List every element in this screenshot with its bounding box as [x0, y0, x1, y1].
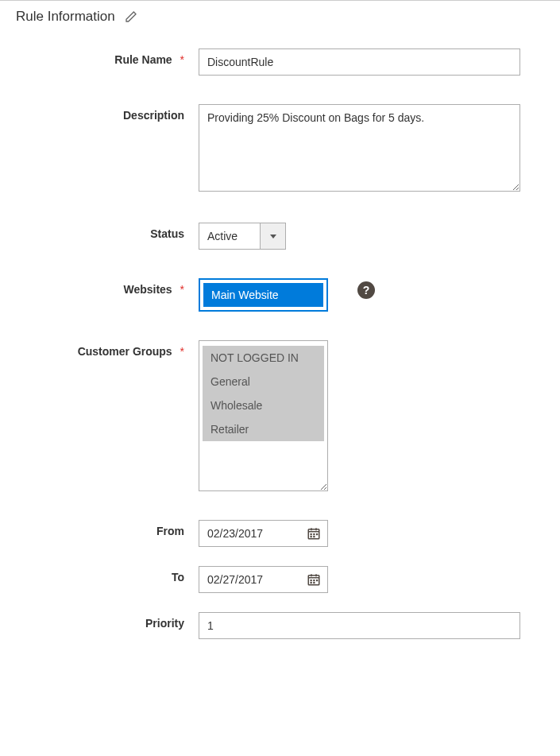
svg-rect-14 [313, 580, 315, 581]
label-customer-groups: Customer Groups * [16, 340, 199, 358]
label-from: From [16, 520, 199, 537]
row-from: From [16, 520, 544, 547]
status-select-value: Active [199, 223, 260, 249]
websites-option-main[interactable]: Main Website [203, 283, 323, 307]
status-select[interactable]: Active [199, 223, 286, 250]
label-websites: Websites * [16, 278, 199, 296]
svg-rect-5 [313, 533, 315, 535]
description-textarea[interactable]: Providing 25% Discount on Bags for 5 day… [199, 104, 520, 192]
status-select-toggle[interactable] [260, 223, 285, 249]
customer-groups-listbox[interactable]: NOT LOGGED IN General Wholesale Retailer [199, 340, 328, 491]
websites-multiselect[interactable]: Main Website [199, 278, 328, 312]
svg-rect-16 [313, 582, 315, 583]
customer-group-option[interactable]: NOT LOGGED IN [203, 346, 324, 370]
svg-rect-7 [313, 536, 315, 537]
form: Rule Name * Description Providing 25% Di… [0, 48, 560, 692]
to-date-input[interactable] [207, 573, 287, 586]
svg-rect-6 [311, 536, 312, 537]
label-rule-name: Rule Name * [16, 48, 199, 66]
label-customer-groups-text: Customer Groups [78, 345, 172, 358]
required-asterisk: * [180, 283, 184, 296]
row-priority: Priority [16, 612, 544, 639]
row-rule-name: Rule Name * [16, 48, 544, 76]
priority-input[interactable] [199, 612, 520, 639]
customer-group-option[interactable]: Wholesale [203, 394, 324, 417]
chevron-down-icon [270, 235, 276, 238]
edit-icon[interactable] [125, 10, 137, 23]
label-websites-text: Websites [123, 283, 172, 296]
required-asterisk: * [180, 345, 184, 358]
svg-rect-17 [316, 580, 318, 581]
rule-name-input[interactable] [199, 48, 520, 76]
svg-rect-15 [311, 582, 312, 583]
customer-group-option[interactable]: Retailer [203, 417, 324, 441]
label-status: Status [16, 223, 199, 240]
row-websites: Websites * Main Website ? [16, 278, 544, 312]
label-priority: Priority [16, 612, 199, 630]
from-date-field[interactable] [199, 520, 328, 547]
svg-rect-4 [311, 533, 312, 535]
calendar-icon[interactable] [307, 572, 321, 587]
calendar-icon[interactable] [307, 526, 321, 541]
from-date-input[interactable] [207, 527, 287, 540]
required-asterisk: * [180, 53, 184, 66]
label-to: To [16, 566, 199, 583]
section-title: Rule Information [16, 9, 115, 25]
customer-group-option[interactable]: General [203, 370, 324, 394]
svg-rect-13 [311, 580, 312, 581]
row-description: Description Providing 25% Discount on Ba… [16, 104, 544, 194]
help-icon[interactable]: ? [357, 281, 375, 299]
row-to: To [16, 566, 544, 593]
to-date-field[interactable] [199, 566, 328, 593]
svg-rect-8 [316, 533, 318, 535]
section-header: Rule Information [0, 1, 560, 48]
label-rule-name-text: Rule Name [114, 53, 172, 66]
label-description: Description [16, 104, 199, 122]
row-customer-groups: Customer Groups * NOT LOGGED IN General … [16, 340, 544, 491]
row-status: Status Active [16, 223, 544, 250]
